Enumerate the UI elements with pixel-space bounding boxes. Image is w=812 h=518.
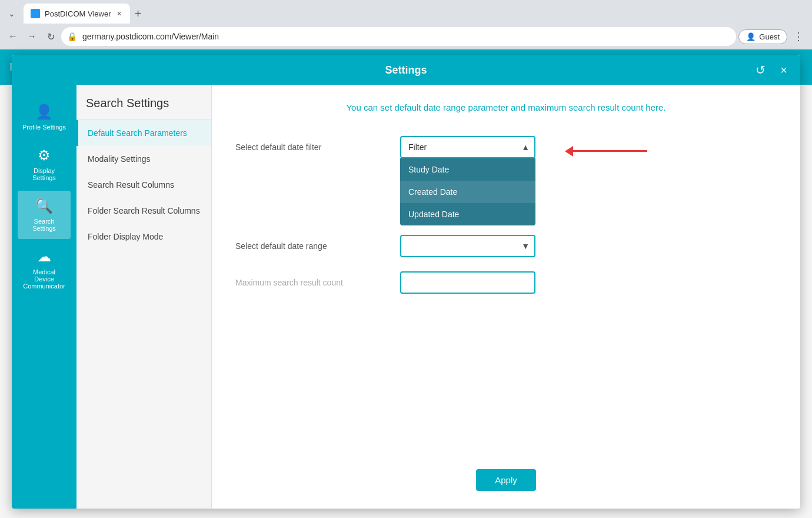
search-icon: 🔍 (35, 198, 53, 214)
max-result-count-wrapper (400, 271, 535, 294)
guest-label: Guest (759, 32, 780, 41)
arrow-head (565, 146, 573, 157)
modal-title: Settings (385, 64, 427, 77)
display-icon: ⚙ (38, 147, 51, 164)
browser-menu-button[interactable]: ⋮ (790, 28, 807, 45)
new-tab-button[interactable]: + (130, 5, 147, 22)
dropdown-option-updated-date[interactable]: Updated Date (400, 203, 535, 225)
sub-sidebar: Search Settings Default Search Parameter… (76, 85, 212, 509)
max-result-count-input[interactable] (400, 271, 535, 294)
max-result-count-row: Maximum search result count (235, 271, 777, 294)
sub-sidebar-title: Search Settings (76, 85, 211, 120)
dropdown-option-study-date[interactable]: Study Date (400, 158, 535, 181)
date-range-select-wrapper: ▼ (400, 235, 535, 257)
guest-icon: 👤 (746, 32, 756, 41)
date-range-row: Select default date range ▼ (235, 235, 777, 257)
dropdown-option-created-date[interactable]: Created Date (400, 181, 535, 203)
max-result-count-label: Maximum search result count (235, 278, 400, 287)
apply-button-row: Apply (212, 469, 800, 491)
tab-overflow-btn[interactable]: ⌄ (5, 6, 19, 21)
sub-sidebar-item-folder-search-result-cols[interactable]: Folder Search Result Columns (76, 198, 211, 224)
sidebar-item-display[interactable]: ⚙ Display Settings (18, 140, 71, 188)
settings-modal: Settings ↺ × 👤 Profile Settings ⚙ Displa… (12, 55, 800, 509)
tab-title: PostDICOM Viewer (45, 9, 111, 18)
sidebar-item-display-label: Display Settings (22, 167, 66, 181)
sub-sidebar-item-modality[interactable]: Modality Settings (76, 146, 211, 172)
sub-sidebar-item-folder-display-mode[interactable]: Folder Display Mode (76, 224, 211, 250)
forward-button[interactable]: → (24, 28, 40, 45)
tab-favicon (31, 9, 40, 18)
sidebar-item-profile[interactable]: 👤 Profile Settings (18, 97, 71, 138)
date-filter-select[interactable]: Filter Study Date Created Date Updated D… (400, 136, 535, 158)
close-button[interactable]: × (774, 61, 793, 79)
date-range-label: Select default date range (235, 241, 400, 251)
sidebar-item-medical-label: Medical Device Communicator (22, 268, 66, 290)
medical-icon: ☁ (37, 248, 51, 265)
date-range-select[interactable] (400, 235, 535, 257)
date-filter-label: Select default date filter (235, 142, 400, 152)
date-filter-dropdown: Study Date Created Date Updated Date (400, 158, 535, 225)
date-filter-row: Select default date filter Filter Study … (235, 136, 777, 158)
modal-sidebar: 👤 Profile Settings ⚙ Display Settings 🔍 … (12, 85, 76, 509)
profile-icon: 👤 (35, 104, 53, 120)
arrow-annotation (571, 150, 647, 152)
sidebar-item-profile-label: Profile Settings (22, 124, 66, 131)
main-content: You can set default date range parameter… (212, 85, 800, 509)
address-input[interactable] (61, 27, 736, 46)
sidebar-item-search-label: Search Settings (22, 218, 66, 232)
browser-tab[interactable]: PostDICOM Viewer × (24, 4, 130, 24)
sub-sidebar-item-default-params[interactable]: Default Search Parameters (76, 120, 211, 146)
sidebar-item-medical[interactable]: ☁ Medical Device Communicator (18, 241, 71, 297)
modal-header: Settings ↺ × (12, 55, 800, 85)
sub-sidebar-item-search-result-cols[interactable]: Search Result Columns (76, 172, 211, 198)
content-description: You can set default date range parameter… (235, 102, 777, 112)
red-arrow (571, 150, 647, 152)
apply-button[interactable]: Apply (476, 469, 536, 491)
reload-button[interactable]: ↻ (42, 28, 59, 45)
sidebar-item-search[interactable]: 🔍 Search Settings (18, 191, 71, 239)
back-button[interactable]: ← (5, 28, 21, 45)
guest-button[interactable]: 👤 Guest (738, 29, 787, 44)
date-filter-select-wrapper: Filter Study Date Created Date Updated D… (400, 136, 535, 158)
reset-button[interactable]: ↺ (751, 61, 770, 79)
lock-icon: 🔒 (67, 32, 77, 41)
tab-close-btn[interactable]: × (115, 8, 122, 19)
